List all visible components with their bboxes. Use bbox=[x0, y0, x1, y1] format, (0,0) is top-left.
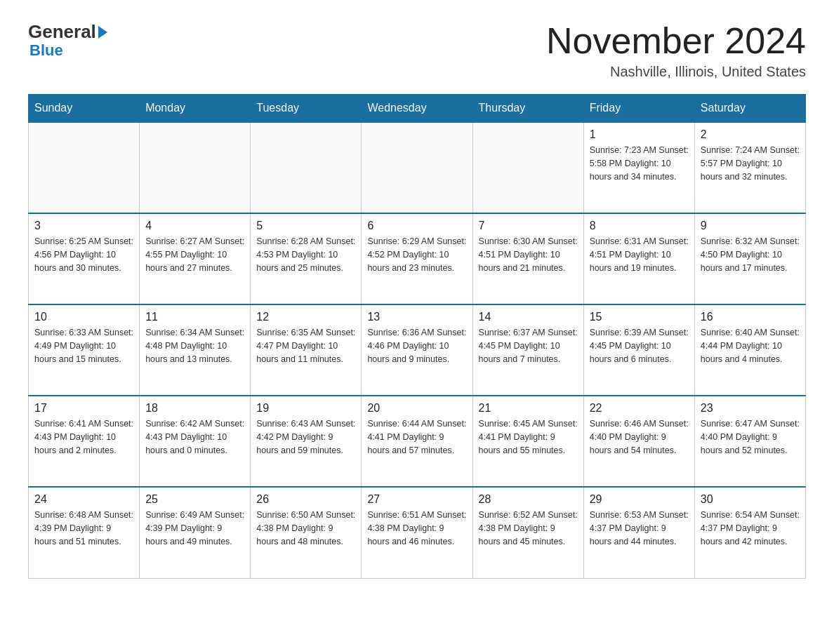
day-info: Sunrise: 6:49 AM Sunset: 4:39 PM Dayligh… bbox=[145, 509, 244, 548]
calendar-week-5: 24Sunrise: 6:48 AM Sunset: 4:39 PM Dayli… bbox=[29, 487, 806, 578]
logo: General Blue bbox=[28, 21, 107, 60]
day-info: Sunrise: 6:40 AM Sunset: 4:44 PM Dayligh… bbox=[701, 326, 800, 365]
day-info: Sunrise: 6:52 AM Sunset: 4:38 PM Dayligh… bbox=[479, 509, 578, 548]
calendar-cell: 13Sunrise: 6:36 AM Sunset: 4:46 PM Dayli… bbox=[362, 304, 472, 396]
calendar-cell: 19Sunrise: 6:43 AM Sunset: 4:42 PM Dayli… bbox=[251, 396, 362, 487]
calendar-cell: 1Sunrise: 7:23 AM Sunset: 5:58 PM Daylig… bbox=[583, 122, 694, 213]
header-wednesday: Wednesday bbox=[362, 95, 472, 123]
day-number: 5 bbox=[256, 220, 355, 232]
day-number: 28 bbox=[479, 493, 578, 506]
logo-blue: Blue bbox=[29, 41, 63, 60]
day-number: 8 bbox=[590, 220, 689, 232]
day-info: Sunrise: 7:24 AM Sunset: 5:57 PM Dayligh… bbox=[701, 144, 800, 183]
day-info: Sunrise: 6:25 AM Sunset: 4:56 PM Dayligh… bbox=[34, 235, 133, 274]
day-number: 9 bbox=[701, 220, 800, 232]
day-info: Sunrise: 6:45 AM Sunset: 4:41 PM Dayligh… bbox=[479, 417, 578, 457]
day-number: 20 bbox=[367, 402, 466, 415]
calendar-cell: 8Sunrise: 6:31 AM Sunset: 4:51 PM Daylig… bbox=[583, 213, 694, 304]
calendar-cell: 26Sunrise: 6:50 AM Sunset: 4:38 PM Dayli… bbox=[251, 487, 362, 578]
calendar-cell: 15Sunrise: 6:39 AM Sunset: 4:45 PM Dayli… bbox=[583, 304, 694, 396]
day-number: 6 bbox=[367, 220, 466, 232]
logo-arrow-icon bbox=[98, 26, 107, 39]
day-number: 11 bbox=[145, 311, 244, 323]
header-tuesday: Tuesday bbox=[251, 95, 362, 123]
day-number: 19 bbox=[256, 402, 355, 415]
day-info: Sunrise: 7:23 AM Sunset: 5:58 PM Dayligh… bbox=[590, 144, 689, 183]
day-info: Sunrise: 6:27 AM Sunset: 4:55 PM Dayligh… bbox=[145, 235, 244, 274]
day-info: Sunrise: 6:50 AM Sunset: 4:38 PM Dayligh… bbox=[256, 509, 355, 548]
day-number: 16 bbox=[701, 311, 800, 323]
day-info: Sunrise: 6:46 AM Sunset: 4:40 PM Dayligh… bbox=[590, 417, 689, 457]
day-number: 4 bbox=[145, 220, 244, 232]
calendar-week-1: 1Sunrise: 7:23 AM Sunset: 5:58 PM Daylig… bbox=[29, 122, 806, 213]
day-info: Sunrise: 6:29 AM Sunset: 4:52 PM Dayligh… bbox=[367, 235, 466, 274]
calendar-cell: 29Sunrise: 6:53 AM Sunset: 4:37 PM Dayli… bbox=[583, 487, 694, 578]
day-info: Sunrise: 6:31 AM Sunset: 4:51 PM Dayligh… bbox=[590, 235, 689, 274]
calendar-cell bbox=[251, 122, 362, 213]
header-monday: Monday bbox=[140, 95, 251, 123]
day-info: Sunrise: 6:51 AM Sunset: 4:38 PM Dayligh… bbox=[367, 509, 466, 548]
header-friday: Friday bbox=[583, 95, 694, 123]
calendar-cell: 12Sunrise: 6:35 AM Sunset: 4:47 PM Dayli… bbox=[251, 304, 362, 396]
day-number: 3 bbox=[34, 220, 133, 232]
calendar-cell: 5Sunrise: 6:28 AM Sunset: 4:53 PM Daylig… bbox=[251, 213, 362, 304]
calendar-cell: 14Sunrise: 6:37 AM Sunset: 4:45 PM Dayli… bbox=[472, 304, 583, 396]
calendar-week-4: 17Sunrise: 6:41 AM Sunset: 4:43 PM Dayli… bbox=[29, 396, 806, 487]
day-info: Sunrise: 6:37 AM Sunset: 4:45 PM Dayligh… bbox=[479, 326, 578, 365]
day-number: 21 bbox=[479, 402, 578, 415]
calendar-cell: 22Sunrise: 6:46 AM Sunset: 4:40 PM Dayli… bbox=[583, 396, 694, 487]
day-number: 30 bbox=[701, 493, 800, 506]
day-number: 18 bbox=[145, 402, 244, 415]
day-number: 13 bbox=[367, 311, 466, 323]
calendar-cell bbox=[362, 122, 472, 213]
day-number: 22 bbox=[590, 402, 689, 415]
calendar-cell: 9Sunrise: 6:32 AM Sunset: 4:50 PM Daylig… bbox=[694, 213, 805, 304]
calendar-cell: 20Sunrise: 6:44 AM Sunset: 4:41 PM Dayli… bbox=[362, 396, 472, 487]
day-info: Sunrise: 6:43 AM Sunset: 4:42 PM Dayligh… bbox=[256, 417, 355, 457]
day-info: Sunrise: 6:35 AM Sunset: 4:47 PM Dayligh… bbox=[256, 326, 355, 365]
calendar-cell: 7Sunrise: 6:30 AM Sunset: 4:51 PM Daylig… bbox=[472, 213, 583, 304]
calendar-cell: 23Sunrise: 6:47 AM Sunset: 4:40 PM Dayli… bbox=[694, 396, 805, 487]
day-number: 26 bbox=[256, 493, 355, 506]
calendar-location: Nashville, Illinois, United States bbox=[546, 64, 806, 80]
day-info: Sunrise: 6:39 AM Sunset: 4:45 PM Dayligh… bbox=[590, 326, 689, 365]
day-number: 23 bbox=[701, 402, 800, 415]
calendar-cell: 21Sunrise: 6:45 AM Sunset: 4:41 PM Dayli… bbox=[472, 396, 583, 487]
calendar-header-row: SundayMondayTuesdayWednesdayThursdayFrid… bbox=[29, 95, 806, 123]
calendar-cell: 27Sunrise: 6:51 AM Sunset: 4:38 PM Dayli… bbox=[362, 487, 472, 578]
calendar-cell: 30Sunrise: 6:54 AM Sunset: 4:37 PM Dayli… bbox=[694, 487, 805, 578]
calendar-cell: 28Sunrise: 6:52 AM Sunset: 4:38 PM Dayli… bbox=[472, 487, 583, 578]
day-number: 17 bbox=[34, 402, 133, 415]
day-info: Sunrise: 6:33 AM Sunset: 4:49 PM Dayligh… bbox=[34, 326, 133, 365]
calendar-cell: 11Sunrise: 6:34 AM Sunset: 4:48 PM Dayli… bbox=[140, 304, 251, 396]
calendar-cell: 18Sunrise: 6:42 AM Sunset: 4:43 PM Dayli… bbox=[140, 396, 251, 487]
day-info: Sunrise: 6:44 AM Sunset: 4:41 PM Dayligh… bbox=[367, 417, 466, 457]
calendar-week-2: 3Sunrise: 6:25 AM Sunset: 4:56 PM Daylig… bbox=[29, 213, 806, 304]
calendar-cell: 16Sunrise: 6:40 AM Sunset: 4:44 PM Dayli… bbox=[694, 304, 805, 396]
header-saturday: Saturday bbox=[694, 95, 805, 123]
day-number: 1 bbox=[590, 128, 689, 141]
day-info: Sunrise: 6:48 AM Sunset: 4:39 PM Dayligh… bbox=[34, 509, 133, 548]
page-header: General Blue November 2024 Nashville, Il… bbox=[28, 21, 806, 80]
logo-general: General bbox=[28, 21, 96, 43]
calendar-cell bbox=[29, 122, 140, 213]
day-info: Sunrise: 6:32 AM Sunset: 4:50 PM Dayligh… bbox=[701, 235, 800, 274]
day-info: Sunrise: 6:47 AM Sunset: 4:40 PM Dayligh… bbox=[701, 417, 800, 457]
day-info: Sunrise: 6:36 AM Sunset: 4:46 PM Dayligh… bbox=[367, 326, 466, 365]
day-number: 15 bbox=[590, 311, 689, 323]
title-section: November 2024 Nashville, Illinois, Unite… bbox=[546, 21, 806, 80]
day-number: 24 bbox=[34, 493, 133, 506]
header-thursday: Thursday bbox=[472, 95, 583, 123]
day-info: Sunrise: 6:41 AM Sunset: 4:43 PM Dayligh… bbox=[34, 417, 133, 457]
day-number: 27 bbox=[367, 493, 466, 506]
calendar-cell: 17Sunrise: 6:41 AM Sunset: 4:43 PM Dayli… bbox=[29, 396, 140, 487]
calendar-cell: 24Sunrise: 6:48 AM Sunset: 4:39 PM Dayli… bbox=[29, 487, 140, 578]
day-number: 12 bbox=[256, 311, 355, 323]
day-info: Sunrise: 6:34 AM Sunset: 4:48 PM Dayligh… bbox=[145, 326, 244, 365]
calendar-cell: 10Sunrise: 6:33 AM Sunset: 4:49 PM Dayli… bbox=[29, 304, 140, 396]
day-info: Sunrise: 6:28 AM Sunset: 4:53 PM Dayligh… bbox=[256, 235, 355, 274]
day-info: Sunrise: 6:42 AM Sunset: 4:43 PM Dayligh… bbox=[145, 417, 244, 457]
calendar-cell bbox=[472, 122, 583, 213]
day-info: Sunrise: 6:53 AM Sunset: 4:37 PM Dayligh… bbox=[590, 509, 689, 548]
calendar-table: SundayMondayTuesdayWednesdayThursdayFrid… bbox=[28, 94, 806, 579]
